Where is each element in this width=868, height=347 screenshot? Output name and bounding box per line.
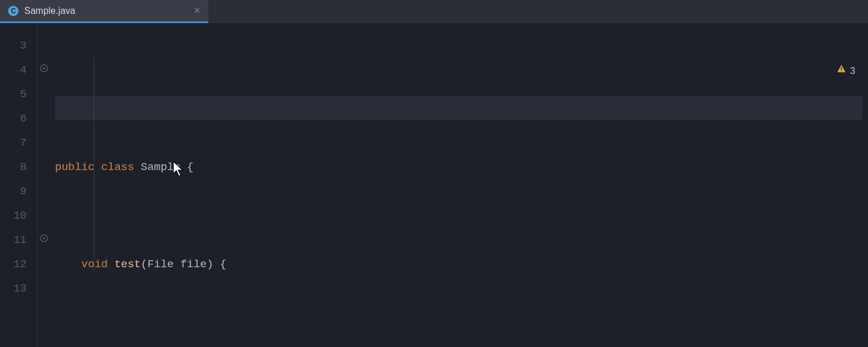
- editor-tab[interactable]: C Sample.java ×: [0, 0, 208, 23]
- line-number: 11: [0, 228, 37, 252]
- line-number: 13: [0, 276, 37, 301]
- code-line[interactable]: void test(File file) {: [55, 252, 868, 276]
- line-number: 6: [0, 106, 37, 131]
- code-area[interactable]: public class Sample { void test(File fil…: [55, 23, 868, 347]
- warning-icon: [816, 35, 847, 108]
- fold-gutter: [38, 23, 55, 347]
- tab-bar: C Sample.java ×: [0, 0, 868, 23]
- svg-rect-3: [841, 71, 842, 72]
- current-line-highlight: [55, 96, 862, 120]
- line-number: 5: [0, 82, 37, 106]
- fold-toggle-icon[interactable]: [40, 228, 48, 252]
- svg-rect-2: [841, 67, 842, 70]
- file-type-icon: C: [8, 6, 19, 16]
- line-number: 7: [0, 131, 37, 155]
- tab-filename: Sample.java: [24, 6, 188, 16]
- line-number: 10: [0, 204, 37, 228]
- close-icon[interactable]: ×: [194, 6, 200, 16]
- editor[interactable]: 3 4 5 6 7 8 9 10 11 12 13 public class S…: [0, 23, 868, 347]
- warning-count: 3: [850, 59, 855, 83]
- fold-toggle-icon[interactable]: [40, 58, 48, 82]
- line-number-gutter: 3 4 5 6 7 8 9 10 11 12 13: [0, 23, 38, 347]
- line-number: 12: [0, 252, 37, 276]
- line-number: 4: [0, 58, 37, 82]
- line-number: 8: [0, 155, 37, 179]
- code-line[interactable]: public class Sample {: [55, 155, 868, 179]
- inspection-badge[interactable]: 3: [816, 35, 855, 108]
- line-number: 3: [0, 34, 37, 58]
- line-number: 9: [0, 179, 37, 204]
